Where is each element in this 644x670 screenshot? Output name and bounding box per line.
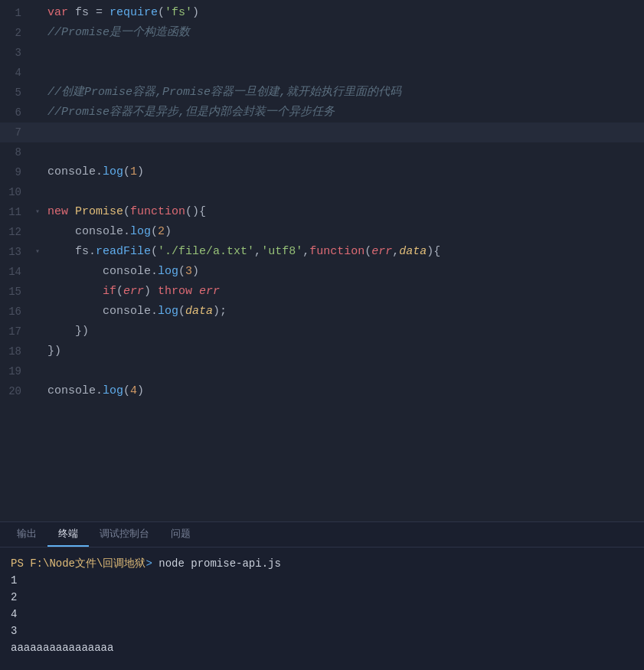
token-kw-function: function [309, 245, 364, 258]
code-line: 19 [0, 361, 644, 381]
code-line: 3 [0, 43, 644, 63]
code-content: }) [43, 342, 61, 361]
token-paren: ) [165, 225, 172, 238]
panel-tab-输出[interactable]: 输出 [6, 522, 47, 547]
token-punct: . [151, 265, 158, 278]
panel-tab-终端[interactable]: 终端 [47, 522, 89, 547]
line-number: 13 [0, 242, 32, 262]
token-str: 'fs' [165, 6, 192, 19]
code-line: 5//创建Promise容器,Promise容器一旦创建,就开始执行里面的代码 [0, 83, 644, 103]
token-punct: . [151, 305, 158, 318]
token-paren: ){ [427, 245, 440, 258]
token-comment: //创建Promise容器,Promise容器一旦创建,就开始执行里面的代码 [47, 86, 401, 99]
terminal-content: PS F:\Node文件\回调地狱> node promise-api.js12… [0, 547, 644, 670]
terminal-output-line: 4 [11, 606, 633, 623]
token-kw-if: if [103, 285, 116, 298]
fold-icon[interactable]: ▾ [32, 202, 43, 222]
line-number: 14 [0, 262, 32, 282]
code-line: 7 [0, 123, 644, 142]
token-paren: ); [213, 305, 227, 318]
code-line: 8 [0, 142, 644, 162]
line-number: 18 [0, 342, 32, 361]
line-number: 3 [0, 43, 32, 63]
code-line: 9console.log(1) [0, 162, 644, 182]
token-var-name: console [103, 305, 151, 318]
code-line: 20console.log(4) [0, 381, 644, 401]
token-var-name: console [103, 265, 151, 278]
line-number: 1 [0, 3, 32, 23]
code-container: 1var fs = require('fs')2//Promise是一个构造函数… [0, 0, 644, 404]
panel-tab-调试控制台[interactable]: 调试控制台 [89, 522, 160, 547]
line-number: 11 [0, 202, 32, 222]
token-num: 2 [158, 225, 165, 238]
token-kw-var: var [47, 6, 75, 19]
token-paren: }) [75, 325, 89, 338]
terminal-output-line: aaaaaaaaaaaaaaaa [11, 639, 633, 656]
code-line: 14 console.log(3) [0, 262, 644, 282]
token-comment: //Promise是一个构造函数 [47, 26, 190, 39]
token-italic-red: err [199, 285, 220, 298]
token-punct: , [302, 245, 309, 258]
line-number: 20 [0, 381, 32, 401]
code-line: 1var fs = require('fs') [0, 3, 644, 23]
code-line: 13▾ fs.readFile('./file/a.txt','utf8',fu… [0, 242, 644, 262]
token-punct: . [96, 165, 103, 178]
token-paren: ) [144, 285, 158, 298]
line-number: 17 [0, 322, 32, 342]
code-line: 12 console.log(2) [0, 222, 644, 242]
token-italic-red: err [123, 285, 144, 298]
code-line: 18}) [0, 342, 644, 361]
code-content: console.log(3) [43, 262, 199, 282]
terminal-output-line: 1 [11, 572, 633, 589]
token-paren: ( [123, 384, 130, 397]
token-italic-red: err [371, 245, 392, 258]
editor-area: 1var fs = require('fs')2//Promise是一个构造函数… [0, 0, 644, 521]
token-fn-name: log [103, 165, 123, 178]
token-paren: (){ [185, 205, 206, 218]
terminal-path: PS F:\Node文件\回调地狱 [11, 557, 145, 570]
token-str: 'utf8' [261, 245, 302, 258]
token-paren: ( [178, 305, 185, 318]
token-num: 1 [130, 165, 137, 178]
token-paren: ( [123, 165, 130, 178]
token-punct: . [96, 384, 103, 397]
code-content: console.log(2) [43, 222, 172, 242]
line-number: 19 [0, 361, 32, 381]
token-num: 3 [185, 265, 192, 278]
token-punct: , [254, 245, 261, 258]
token-paren: ) [137, 165, 144, 178]
line-number: 7 [0, 123, 32, 142]
code-content: console.log(4) [43, 381, 144, 401]
token-num: 4 [130, 384, 137, 397]
token-str: './file/a.txt' [158, 245, 254, 258]
line-number: 12 [0, 222, 32, 242]
line-number: 8 [0, 142, 32, 162]
code-content: if(err) throw err [43, 282, 220, 302]
token-var-name: fs [75, 6, 96, 19]
token-punct: . [123, 225, 130, 238]
token-fn-name: log [130, 225, 151, 238]
token-fn-name: log [158, 265, 178, 278]
token-paren: ( [364, 245, 371, 258]
code-line: 10 [0, 182, 644, 202]
fold-icon[interactable]: ▾ [32, 242, 43, 262]
code-content: //Promise是一个构造函数 [43, 23, 190, 43]
code-line: 2//Promise是一个构造函数 [0, 23, 644, 43]
token-fn-name: require [110, 6, 158, 19]
code-content: console.log(data); [43, 302, 227, 322]
code-content: }) [43, 322, 89, 342]
line-number: 9 [0, 162, 32, 182]
line-number: 16 [0, 302, 32, 322]
code-content: //Promise容器不是异步,但是内部会封装一个异步任务 [43, 103, 335, 123]
token-paren: ( [158, 6, 165, 19]
token-fn-name: log [103, 384, 123, 397]
bottom-panel: 输出终端调试控制台问题 PS F:\Node文件\回调地狱> node prom… [0, 521, 644, 670]
code-content: console.log(1) [43, 162, 144, 182]
code-line: 6//Promise容器不是异步,但是内部会封装一个异步任务 [0, 103, 644, 123]
token-paren: ( [123, 205, 130, 218]
panel-tabs: 输出终端调试控制台问题 [0, 522, 644, 547]
code-content: new Promise(function(){ [43, 202, 206, 222]
code-line: 15 if(err) throw err [0, 282, 644, 302]
token-fn-name: log [158, 305, 178, 318]
panel-tab-问题[interactable]: 问题 [160, 522, 201, 547]
